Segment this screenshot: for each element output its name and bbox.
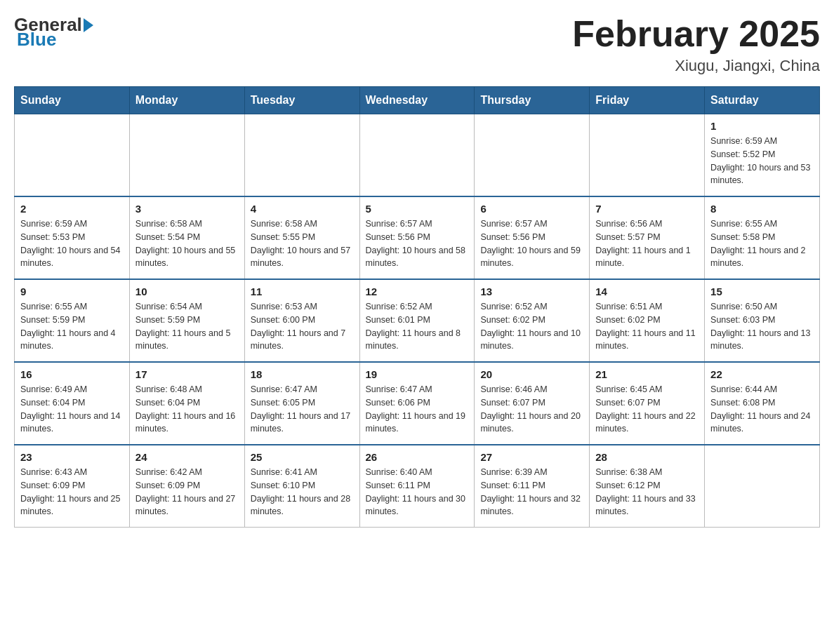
day-number: 19 [366, 368, 469, 380]
day-info: Sunrise: 6:58 AMSunset: 5:54 PMDaylight:… [135, 217, 239, 270]
calendar-cell: 3Sunrise: 6:58 AMSunset: 5:54 PMDaylight… [129, 196, 244, 279]
location-text: Xiugu, Jiangxi, China [572, 57, 820, 75]
day-info: Sunrise: 6:43 AMSunset: 6:09 PMDaylight:… [20, 466, 124, 518]
calendar-header-sunday: Sunday [15, 87, 130, 114]
calendar-header-wednesday: Wednesday [359, 87, 475, 114]
day-info: Sunrise: 6:40 AMSunset: 6:11 PMDaylight:… [366, 466, 469, 518]
day-number: 26 [366, 451, 469, 463]
day-info: Sunrise: 6:47 AMSunset: 6:05 PMDaylight:… [251, 383, 354, 436]
calendar-week-row-3: 9Sunrise: 6:55 AMSunset: 5:59 PMDaylight… [15, 279, 820, 362]
calendar-table: SundayMondayTuesdayWednesdayThursdayFrid… [14, 86, 820, 528]
calendar-cell: 25Sunrise: 6:41 AMSunset: 6:10 PMDayligh… [244, 445, 359, 528]
day-info: Sunrise: 6:57 AMSunset: 5:56 PMDaylight:… [480, 217, 583, 270]
calendar-cell [15, 114, 130, 197]
day-number: 12 [366, 286, 469, 297]
calendar-week-row-2: 2Sunrise: 6:59 AMSunset: 5:53 PMDaylight… [15, 196, 820, 279]
day-number: 4 [251, 203, 354, 215]
day-number: 18 [251, 368, 354, 380]
day-info: Sunrise: 6:52 AMSunset: 6:02 PMDaylight:… [480, 300, 583, 353]
day-number: 15 [710, 286, 814, 297]
day-info: Sunrise: 6:42 AMSunset: 6:09 PMDaylight:… [135, 466, 239, 518]
month-title: February 2025 [572, 14, 820, 54]
day-number: 1 [710, 120, 814, 132]
calendar-cell: 20Sunrise: 6:46 AMSunset: 6:07 PMDayligh… [475, 362, 590, 445]
calendar-header-monday: Monday [129, 87, 244, 114]
calendar-cell: 26Sunrise: 6:40 AMSunset: 6:11 PMDayligh… [359, 445, 475, 528]
day-info: Sunrise: 6:46 AMSunset: 6:07 PMDaylight:… [480, 383, 583, 436]
calendar-cell: 28Sunrise: 6:38 AMSunset: 6:12 PMDayligh… [590, 445, 705, 528]
day-number: 10 [135, 286, 239, 297]
calendar-cell [705, 445, 820, 528]
calendar-cell [244, 114, 359, 197]
day-number: 28 [595, 451, 699, 463]
day-info: Sunrise: 6:58 AMSunset: 5:55 PMDaylight:… [251, 217, 354, 270]
day-number: 16 [20, 368, 124, 380]
day-number: 17 [135, 368, 239, 380]
day-number: 27 [480, 451, 583, 463]
day-number: 22 [710, 368, 814, 380]
day-number: 5 [366, 203, 469, 215]
logo-blue-text: Blue [17, 29, 56, 51]
day-number: 9 [20, 286, 124, 297]
calendar-cell [475, 114, 590, 197]
calendar-cell: 4Sunrise: 6:58 AMSunset: 5:55 PMDaylight… [244, 196, 359, 279]
day-number: 11 [251, 286, 354, 297]
day-info: Sunrise: 6:56 AMSunset: 5:57 PMDaylight:… [595, 217, 699, 270]
day-info: Sunrise: 6:50 AMSunset: 6:03 PMDaylight:… [710, 300, 814, 353]
calendar-cell: 16Sunrise: 6:49 AMSunset: 6:04 PMDayligh… [15, 362, 130, 445]
day-info: Sunrise: 6:44 AMSunset: 6:08 PMDaylight:… [710, 383, 814, 436]
calendar-header-tuesday: Tuesday [244, 87, 359, 114]
day-info: Sunrise: 6:54 AMSunset: 5:59 PMDaylight:… [135, 300, 239, 353]
day-info: Sunrise: 6:49 AMSunset: 6:04 PMDaylight:… [20, 383, 124, 436]
calendar-cell: 18Sunrise: 6:47 AMSunset: 6:05 PMDayligh… [244, 362, 359, 445]
calendar-cell: 13Sunrise: 6:52 AMSunset: 6:02 PMDayligh… [475, 279, 590, 362]
day-number: 21 [595, 368, 699, 380]
calendar-cell: 15Sunrise: 6:50 AMSunset: 6:03 PMDayligh… [705, 279, 820, 362]
calendar-cell: 22Sunrise: 6:44 AMSunset: 6:08 PMDayligh… [705, 362, 820, 445]
day-info: Sunrise: 6:47 AMSunset: 6:06 PMDaylight:… [366, 383, 469, 436]
calendar-cell: 21Sunrise: 6:45 AMSunset: 6:07 PMDayligh… [590, 362, 705, 445]
day-number: 14 [595, 286, 699, 297]
calendar-header-friday: Friday [590, 87, 705, 114]
calendar-cell: 11Sunrise: 6:53 AMSunset: 6:00 PMDayligh… [244, 279, 359, 362]
calendar-cell: 12Sunrise: 6:52 AMSunset: 6:01 PMDayligh… [359, 279, 475, 362]
calendar-week-row-1: 1Sunrise: 6:59 AMSunset: 5:52 PMDaylight… [15, 114, 820, 197]
calendar-cell: 1Sunrise: 6:59 AMSunset: 5:52 PMDaylight… [705, 114, 820, 197]
day-number: 20 [480, 368, 583, 380]
day-info: Sunrise: 6:45 AMSunset: 6:07 PMDaylight:… [595, 383, 699, 436]
day-info: Sunrise: 6:57 AMSunset: 5:56 PMDaylight:… [366, 217, 469, 270]
day-number: 23 [20, 451, 124, 463]
day-info: Sunrise: 6:59 AMSunset: 5:53 PMDaylight:… [20, 217, 124, 270]
calendar-header-row: SundayMondayTuesdayWednesdayThursdayFrid… [15, 87, 820, 114]
day-number: 2 [20, 203, 124, 215]
day-number: 8 [710, 203, 814, 215]
page-header: General Blue February 2025 Xiugu, Jiangx… [14, 14, 820, 75]
day-info: Sunrise: 6:48 AMSunset: 6:04 PMDaylight:… [135, 383, 239, 436]
title-block: February 2025 Xiugu, Jiangxi, China [572, 14, 820, 75]
calendar-week-row-5: 23Sunrise: 6:43 AMSunset: 6:09 PMDayligh… [15, 445, 820, 528]
calendar-cell: 10Sunrise: 6:54 AMSunset: 5:59 PMDayligh… [129, 279, 244, 362]
calendar-week-row-4: 16Sunrise: 6:49 AMSunset: 6:04 PMDayligh… [15, 362, 820, 445]
calendar-cell: 9Sunrise: 6:55 AMSunset: 5:59 PMDaylight… [15, 279, 130, 362]
day-info: Sunrise: 6:41 AMSunset: 6:10 PMDaylight:… [251, 466, 354, 518]
logo-arrow-icon [84, 18, 93, 32]
calendar-cell: 8Sunrise: 6:55 AMSunset: 5:58 PMDaylight… [705, 196, 820, 279]
day-info: Sunrise: 6:52 AMSunset: 6:01 PMDaylight:… [366, 300, 469, 353]
calendar-header-saturday: Saturday [705, 87, 820, 114]
calendar-cell [129, 114, 244, 197]
day-info: Sunrise: 6:55 AMSunset: 5:58 PMDaylight:… [710, 217, 814, 270]
calendar-cell: 27Sunrise: 6:39 AMSunset: 6:11 PMDayligh… [475, 445, 590, 528]
calendar-cell: 7Sunrise: 6:56 AMSunset: 5:57 PMDaylight… [590, 196, 705, 279]
day-info: Sunrise: 6:51 AMSunset: 6:02 PMDaylight:… [595, 300, 699, 353]
logo: General Blue [14, 14, 93, 51]
calendar-cell: 17Sunrise: 6:48 AMSunset: 6:04 PMDayligh… [129, 362, 244, 445]
day-number: 3 [135, 203, 239, 215]
calendar-cell [590, 114, 705, 197]
day-info: Sunrise: 6:38 AMSunset: 6:12 PMDaylight:… [595, 466, 699, 518]
calendar-cell: 14Sunrise: 6:51 AMSunset: 6:02 PMDayligh… [590, 279, 705, 362]
day-number: 25 [251, 451, 354, 463]
day-number: 24 [135, 451, 239, 463]
day-info: Sunrise: 6:55 AMSunset: 5:59 PMDaylight:… [20, 300, 124, 353]
calendar-cell: 2Sunrise: 6:59 AMSunset: 5:53 PMDaylight… [15, 196, 130, 279]
day-number: 6 [480, 203, 583, 215]
